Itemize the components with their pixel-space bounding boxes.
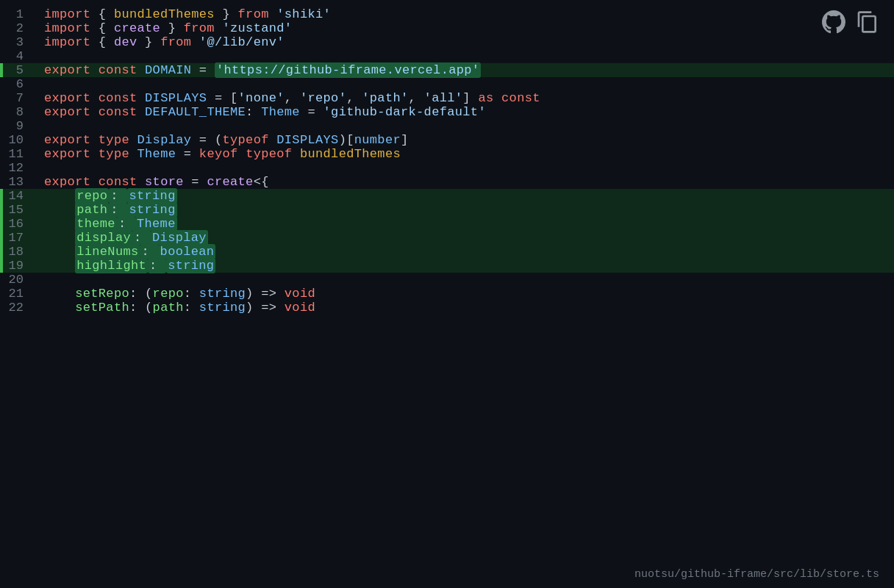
token: 'none'	[238, 91, 285, 105]
token: = (	[191, 133, 222, 147]
token: Display	[151, 230, 208, 245]
token	[90, 147, 99, 161]
token	[215, 21, 223, 35]
token: export	[44, 63, 90, 77]
token: =	[191, 63, 215, 77]
token: :	[109, 202, 127, 218]
token: theme	[75, 216, 117, 232]
token: }	[137, 35, 161, 49]
token	[44, 259, 75, 273]
copy-icon[interactable]	[856, 10, 879, 34]
token: 'repo'	[300, 91, 346, 105]
token: export	[44, 147, 90, 161]
highlight-bar	[0, 217, 3, 231]
token: keyof	[199, 147, 238, 161]
filepath-text: nuotsu/github-iframe/src/lib/store.ts	[634, 568, 879, 581]
line-number: 19	[0, 259, 37, 273]
line-number: 15	[0, 203, 37, 217]
table-row: 22 setPath: (path: string) => void	[0, 301, 894, 315]
token: from	[160, 35, 191, 49]
line-number: 11	[0, 147, 37, 161]
line-content: path: string	[37, 203, 894, 217]
token	[269, 133, 277, 147]
token: const	[99, 63, 137, 77]
table-row: 3import { dev } from '@/lib/env'	[0, 35, 894, 49]
line-content: highlight: string	[37, 259, 894, 273]
line-content: export const store = create<{	[37, 175, 894, 189]
token: 'zustand'	[222, 21, 292, 35]
github-icon[interactable]	[822, 10, 845, 34]
highlight-bar	[0, 259, 3, 273]
table-row: 6	[0, 77, 894, 91]
token: Theme	[137, 147, 176, 161]
line-content: import { bundledThemes } from 'shiki'	[37, 7, 894, 21]
token	[44, 203, 75, 217]
token: }	[215, 7, 238, 21]
token: :	[148, 258, 166, 273]
token	[90, 91, 99, 105]
token: void	[285, 301, 315, 315]
token: dev	[114, 35, 137, 49]
token: )[	[339, 133, 354, 147]
token	[44, 301, 75, 315]
token: DOMAIN	[145, 63, 191, 77]
token	[44, 217, 75, 231]
token: setPath	[75, 301, 129, 315]
token: const	[99, 175, 137, 189]
token: from	[238, 7, 269, 21]
token: string	[127, 188, 176, 204]
table-row: 17 display: Display	[0, 231, 894, 245]
token: export	[44, 105, 90, 119]
token: export	[44, 175, 90, 189]
line-number: 21	[0, 287, 37, 301]
table-row: 14 repo: string	[0, 189, 894, 203]
token	[191, 35, 199, 49]
token: repo	[75, 188, 109, 204]
token: :	[184, 287, 199, 301]
token	[44, 189, 75, 203]
token: ,	[285, 91, 300, 105]
line-number: 16	[0, 217, 37, 231]
token: void	[285, 287, 315, 301]
token: boolean	[159, 244, 216, 259]
token: Display	[137, 133, 192, 147]
token	[90, 133, 99, 147]
highlight-bar	[0, 231, 3, 245]
token: :	[246, 105, 261, 119]
token: :	[184, 301, 199, 315]
token: :	[117, 216, 135, 232]
table-row: 2import { create } from 'zustand'	[0, 21, 894, 35]
token: {	[90, 21, 114, 35]
token: : (	[129, 287, 153, 301]
token: as	[478, 91, 493, 105]
table-row: 16 theme: Theme	[0, 217, 894, 231]
line-content: import { create } from 'zustand'	[37, 21, 894, 35]
line-number: 4	[0, 49, 37, 63]
highlight-bar	[0, 189, 3, 203]
line-content: export const DISPLAYS = ['none', 'repo',…	[37, 91, 894, 105]
token: 'shiki'	[276, 7, 331, 21]
table-row: 5export const DOMAIN = 'https://github-i…	[0, 63, 894, 77]
token: lineNums	[75, 244, 140, 259]
highlight-bar	[0, 203, 3, 217]
line-content: export type Theme = keyof typeof bundled…	[37, 147, 894, 161]
token: =	[300, 105, 323, 119]
table-row: 18 lineNums: boolean	[0, 245, 894, 259]
line-content	[37, 119, 894, 133]
token	[90, 63, 99, 77]
token	[137, 175, 146, 189]
token	[137, 63, 146, 77]
line-content: repo: string	[37, 189, 894, 203]
token: display	[75, 230, 132, 245]
token: :	[140, 244, 159, 259]
token: typeof	[246, 147, 292, 161]
highlight-bar	[0, 245, 3, 259]
token: DISPLAYS	[276, 133, 338, 147]
token: bundledThemes	[300, 147, 401, 161]
token: {	[90, 35, 114, 49]
filepath-bar: nuotsu/github-iframe/src/lib/store.ts	[634, 568, 879, 581]
line-content: import { dev } from '@/lib/env'	[37, 35, 894, 49]
code-editor: 1import { bundledThemes } from 'shiki'2i…	[0, 0, 894, 588]
token: export	[44, 91, 90, 105]
token: path	[153, 301, 184, 315]
